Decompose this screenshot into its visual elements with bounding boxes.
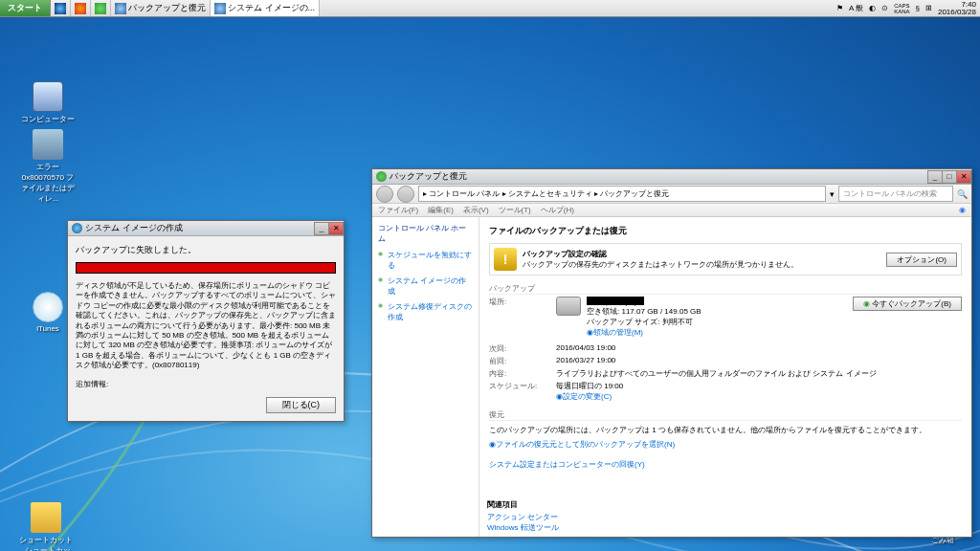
menu-bar: ファイル(F) 編集(E) 表示(V) ツール(T) ヘルプ(H) ◉ — [372, 204, 971, 217]
system-tray: ⚑ A 般 ◐ ⊙ CAPSKANA § ⊞ 7:40 2016/03/28 — [836, 0, 980, 16]
options-button[interactable]: オプション(O) — [886, 253, 957, 267]
itunes-icon — [33, 292, 63, 322]
window-icon — [72, 223, 82, 233]
content-value: ライブラリおよびすべてのユーザーの個人用フォルダーのファイル および システム … — [556, 368, 962, 379]
error-message: ディスク領域が不足しているため、保存場所にボリュームのシャドウ コピーを作成でき… — [76, 281, 336, 371]
prev-label: 前回: — [489, 356, 556, 366]
file-icon — [33, 129, 63, 160]
menu-view[interactable]: 表示(V) — [463, 205, 489, 215]
restore-system-link[interactable]: システム設定またはコンピューターの回復(Y) — [489, 459, 962, 470]
help-icon[interactable]: ◉ — [959, 206, 966, 214]
start-button[interactable]: スタート — [0, 0, 51, 16]
restore-section-header: 復元 — [489, 409, 962, 421]
search-input[interactable]: コントロール パネルの検索 — [838, 186, 953, 202]
schedule-value: 毎週日曜日の 19:00◉設定の変更(C) — [556, 381, 962, 402]
backup-section-header: バックアップ — [489, 283, 962, 295]
titlebar[interactable]: システム イメージの作成 _ ✕ — [68, 221, 344, 236]
tray-flag-icon[interactable]: ⚑ — [836, 4, 843, 12]
location-label: 場所: — [489, 297, 556, 342]
taskbar: スタート バックアップと復元 システム イメージの... ⚑ A 般 ◐ ⊙ C… — [0, 0, 980, 17]
prev-value: 2016/03/27 19:00 — [556, 356, 962, 366]
breadcrumb-dropdown-icon[interactable]: ▾ — [830, 189, 835, 199]
backup-restore-window: バックアップと復元 _ □ ✕ ▸ コントロール パネル ▸ システムとセキュリ… — [371, 168, 972, 538]
search-icon[interactable]: 🔍 — [957, 189, 968, 199]
forward-button[interactable] — [397, 186, 414, 203]
backup-now-button[interactable]: ◉ 今すぐバックアップ(B) — [853, 297, 962, 311]
warning-icon — [494, 248, 517, 271]
warning-banner: バックアップ設定の確認 バックアップの保存先のディスクまたはネットワークの場所が… — [489, 243, 962, 276]
related-easy-transfer[interactable]: Windows 転送ツール — [487, 522, 559, 533]
maximize-button[interactable]: □ — [942, 170, 957, 184]
additional-info-label: 追加情報: — [76, 379, 336, 389]
sidebar-create-repair-disc[interactable]: システム修復ディスクの作成 — [378, 301, 473, 322]
next-value: 2016/04/03 19:00 — [556, 343, 962, 354]
related-header: 関連項目 — [487, 499, 559, 510]
drive-name: 外付け160 (E:) — [587, 297, 644, 305]
computer-icon — [33, 81, 63, 112]
sidebar-home-link[interactable]: コントロール パネル ホーム — [378, 223, 473, 244]
desktop-icon-error-file[interactable]: エラー 0x80070570 ファイルまたはディレ... — [19, 129, 77, 204]
related-action-center[interactable]: アクション センター — [487, 512, 559, 522]
ime-status[interactable]: A 般 — [849, 3, 863, 13]
restore-select-backup-link[interactable]: ◉ファイルの復元元として別のバックアップを選択(N) — [489, 439, 962, 450]
schedule-label: スケジュール: — [489, 381, 556, 402]
tray-caps: CAPSKANA — [894, 3, 909, 14]
taskbar-quick-app[interactable] — [91, 0, 111, 16]
content-label: 内容: — [489, 368, 556, 379]
drive-icon — [556, 297, 581, 316]
sidebar: コントロール パネル ホーム スケジュールを無効にする システム イメージの作成… — [372, 217, 479, 537]
drive-free-space: 空き領域: 117.07 GB / 149.05 GB — [587, 306, 702, 317]
desktop-icon-shortcut[interactable]: ショートカット - ショートカット — [17, 502, 75, 551]
close-button[interactable]: ✕ — [328, 222, 344, 235]
menu-edit[interactable]: 編集(E) — [428, 205, 454, 215]
warning-title: バックアップ設定の確認 — [523, 249, 880, 259]
backup-size: バックアップ サイズ: 判明不可 — [587, 317, 702, 327]
back-button[interactable] — [376, 186, 393, 203]
folder-icon — [31, 502, 61, 533]
taskbar-quick-ie[interactable] — [51, 0, 71, 16]
window-title: バックアップと復元 — [390, 170, 467, 183]
menu-help[interactable]: ヘルプ(H) — [541, 205, 574, 215]
tray-expand-icon[interactable]: ⊞ — [925, 4, 932, 12]
tray-volume-icon[interactable]: § — [916, 4, 920, 12]
sidebar-disable-schedule[interactable]: スケジュールを無効にする — [378, 250, 473, 271]
manage-space-link[interactable]: ◉領域の管理(M) — [587, 327, 702, 338]
tray-help-icon[interactable]: ◐ — [869, 4, 876, 12]
close-dialog-button[interactable]: 閉じる(C) — [266, 397, 337, 413]
window-icon — [376, 171, 387, 182]
taskbar-quick-firefox[interactable] — [71, 0, 91, 16]
system-image-error-dialog: システム イメージの作成 _ ✕ バックアップに失敗しました。 ディスク領域が不… — [67, 220, 345, 422]
error-progress-bar — [76, 262, 336, 274]
desktop-icon-computer[interactable]: コンピューター — [19, 81, 77, 124]
minimize-button[interactable]: _ — [927, 170, 943, 184]
close-button[interactable]: ✕ — [956, 170, 971, 184]
menu-file[interactable]: ファイル(F) — [378, 205, 418, 215]
page-heading: ファイルのバックアップまたは復元 — [489, 225, 962, 237]
minimize-button[interactable]: _ — [314, 222, 329, 235]
taskbar-clock[interactable]: 7:40 2016/03/28 — [938, 1, 976, 16]
menu-tools[interactable]: ツール(T) — [499, 205, 531, 215]
restore-description: このバックアップの場所には、バックアップは 1 つも保存されていません。他の場所… — [489, 425, 962, 435]
warning-text: バックアップの保存先のディスクまたはネットワークの場所が見つかりません。 — [523, 260, 798, 269]
sidebar-create-image[interactable]: システム イメージの作成 — [378, 276, 473, 297]
nav-toolbar: ▸ コントロール パネル ▸ システムとセキュリティ ▸ バックアップと復元 ▾… — [372, 185, 971, 204]
change-settings-link[interactable]: ◉設定の変更(C) — [556, 392, 612, 401]
tray-network-icon[interactable]: ⊙ — [881, 4, 888, 12]
titlebar[interactable]: バックアップと復元 _ □ ✕ — [372, 169, 971, 185]
main-panel: ファイルのバックアップまたは復元 バックアップ設定の確認 バックアップの保存先の… — [479, 217, 971, 537]
next-label: 次回: — [489, 343, 556, 354]
error-heading: バックアップに失敗しました。 — [76, 244, 336, 256]
taskbar-item-system-image[interactable]: システム イメージの... — [211, 0, 320, 16]
taskbar-item-backup[interactable]: バックアップと復元 — [111, 0, 211, 16]
breadcrumb[interactable]: ▸ コントロール パネル ▸ システムとセキュリティ ▸ バックアップと復元 — [418, 186, 826, 202]
related-links: 関連項目 アクション センター Windows 転送ツール — [487, 499, 559, 533]
window-title: システム イメージの作成 — [85, 222, 183, 234]
